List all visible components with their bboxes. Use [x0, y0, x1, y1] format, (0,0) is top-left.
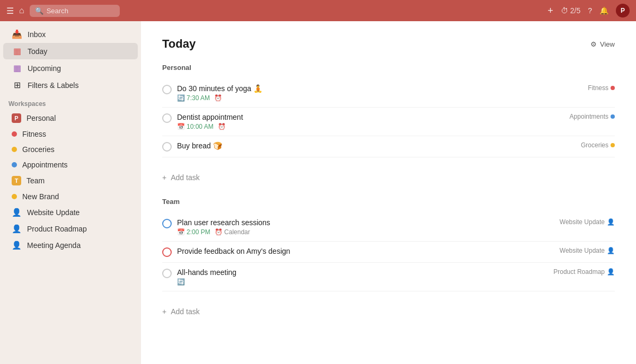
task-time-dentist: 📅 10:00 AM	[177, 123, 214, 130]
task-checkbox-feedback[interactable]	[162, 247, 172, 257]
sidebar-item-groceries[interactable]: Groceries	[3, 142, 138, 157]
sidebar-label-website-update: Website Update	[27, 208, 80, 217]
add-icon-team: +	[162, 307, 166, 316]
task-content-yoga: Do 30 minutes of yoga 🧘 🔄 7:30 AM ⏰	[177, 84, 615, 102]
sidebar-label-filters: Filters & Labels	[28, 81, 78, 90]
task-item-bread: Buy bread 🍞 Groceries	[162, 136, 615, 157]
sidebar-label-new-brand: New Brand	[22, 192, 59, 201]
search-bar[interactable]: 🔍	[30, 5, 120, 17]
team-section-header: Team	[162, 198, 615, 209]
team-task-list: Plan user research sessions 📅 2:00 PM ⏰ …	[162, 213, 615, 291]
task-meta-research: 📅 2:00 PM ⏰ Calendar	[177, 228, 615, 236]
task-name-bread: Buy bread 🍞	[177, 141, 615, 150]
layout: 📥 Inbox ▦ Today ▦ Upcoming ⊞ Filters & L…	[0, 21, 636, 364]
task-checkbox-dentist[interactable]	[162, 113, 172, 123]
task-content-feedback: Provide feedback on Amy's design	[177, 247, 615, 257]
sidebar-item-product-roadmap[interactable]: 👤 Product Roadmap	[3, 221, 138, 237]
task-name-dentist: Dentist appointment	[177, 113, 615, 121]
task-label-allhands: Product Roadmap 👤	[553, 268, 615, 276]
add-icon-personal: +	[162, 173, 166, 182]
sidebar-item-meeting-agenda[interactable]: 👤 Meeting Agenda	[3, 237, 138, 253]
fitness-label-dot	[611, 86, 615, 90]
task-content-research: Plan user research sessions 📅 2:00 PM ⏰ …	[177, 218, 615, 236]
sidebar-label-appointments: Appointments	[22, 161, 68, 169]
task-content-allhands: All-hands meeting 🔄	[177, 268, 615, 286]
sidebar-item-fitness[interactable]: Fitness	[3, 127, 138, 141]
sidebar-label-inbox: Inbox	[28, 30, 46, 39]
sidebar-label-groceries: Groceries	[22, 145, 55, 154]
page-header: Today ⚙ View	[162, 37, 615, 51]
task-checkbox-yoga[interactable]	[162, 85, 172, 94]
task-meta-yoga: 🔄 7:30 AM ⏰	[177, 94, 615, 102]
task-name-allhands: All-hands meeting	[177, 268, 615, 277]
calendar-label-research: ⏰ Calendar	[215, 228, 250, 236]
help-icon[interactable]: ?	[588, 6, 592, 15]
groceries-label-dot	[611, 143, 615, 147]
task-item-research: Plan user research sessions 📅 2:00 PM ⏰ …	[162, 213, 615, 242]
inbox-icon: 📥	[12, 29, 22, 39]
personal-letter-icon: P	[12, 113, 21, 123]
home-icon[interactable]: ⌂	[19, 6, 24, 15]
task-label-dentist: Appointments	[570, 113, 615, 120]
product-roadmap-person-icon-label: 👤	[607, 268, 615, 276]
avatar[interactable]: P	[616, 4, 630, 17]
hamburger-icon[interactable]: ☰	[6, 6, 14, 16]
task-label-bread: Groceries	[581, 141, 615, 149]
sidebar-label-product-roadmap: Product Roadmap	[27, 225, 87, 233]
sidebar-item-filters[interactable]: ⊞ Filters & Labels	[3, 77, 138, 93]
clock-icon: 🔄	[177, 94, 185, 102]
repeat-icon-allhands: 🔄	[177, 278, 185, 286]
task-label-feedback: Website Update 👤	[560, 247, 615, 254]
sidebar-label-upcoming: Upcoming	[28, 64, 61, 73]
website-update-person-icon: 👤	[12, 208, 22, 217]
page-title: Today	[162, 37, 196, 51]
view-button[interactable]: ⚙ View	[590, 40, 615, 48]
sidebar-item-website-update[interactable]: 👤 Website Update	[3, 205, 138, 220]
fitness-dot-icon	[12, 131, 17, 137]
today-icon: ▦	[12, 46, 22, 56]
sidebar-item-new-brand[interactable]: New Brand	[3, 189, 138, 204]
add-task-personal-button[interactable]: + Add task	[162, 168, 200, 187]
sidebar-item-inbox[interactable]: 📥 Inbox	[3, 26, 138, 42]
task-content-bread: Buy bread 🍞	[177, 141, 615, 152]
sidebar-label-today: Today	[28, 47, 47, 56]
task-checkbox-research[interactable]	[162, 219, 172, 228]
task-checkbox-bread[interactable]	[162, 142, 172, 152]
task-content-dentist: Dentist appointment 📅 10:00 AM ⏰	[177, 113, 615, 130]
sidebar-item-upcoming[interactable]: ▦ Upcoming	[3, 60, 138, 76]
filter-icon: ⚙	[590, 40, 597, 48]
sidebar: 📥 Inbox ▦ Today ▦ Upcoming ⊞ Filters & L…	[0, 21, 141, 364]
header-right: + ⏱ 2/5 ? 🔔 P	[547, 4, 630, 17]
main-content: Today ⚙ View Personal Do 30 minutes of y…	[141, 21, 636, 364]
cal-icon-dentist: 📅	[177, 123, 185, 130]
add-icon[interactable]: +	[547, 5, 553, 16]
sidebar-item-personal[interactable]: P Personal	[3, 110, 138, 126]
workspaces-label: Workspaces	[0, 94, 141, 110]
bell-icon[interactable]: 🔔	[599, 6, 608, 15]
karma-display: ⏱ 2/5	[561, 6, 580, 15]
task-name-feedback: Provide feedback on Amy's design	[177, 247, 615, 255]
personal-task-list: Do 30 minutes of yoga 🧘 🔄 7:30 AM ⏰ Fitn…	[162, 79, 615, 157]
task-item-allhands: All-hands meeting 🔄 Product Roadmap 👤	[162, 263, 615, 291]
alarm-icon-yoga: ⏰	[214, 94, 222, 102]
add-task-team-button[interactable]: + Add task	[162, 302, 200, 321]
search-input[interactable]	[47, 7, 114, 15]
team-letter-icon: T	[12, 176, 21, 185]
new-brand-dot-icon	[12, 194, 17, 199]
task-checkbox-allhands[interactable]	[162, 269, 172, 278]
appointments-label-dot	[611, 114, 615, 119]
filters-icon: ⊞	[12, 80, 22, 90]
task-time-research: 📅 2:00 PM	[177, 228, 210, 236]
cal-icon-research: 📅	[177, 228, 185, 236]
personal-section-header: Personal	[162, 64, 615, 75]
sidebar-item-appointments[interactable]: Appointments	[3, 157, 138, 172]
sidebar-item-today[interactable]: ▦ Today	[3, 43, 138, 59]
sidebar-label-meeting-agenda: Meeting Agenda	[27, 241, 81, 250]
upcoming-icon: ▦	[12, 63, 22, 73]
task-label-yoga: Fitness	[588, 84, 615, 92]
sidebar-label-fitness: Fitness	[22, 130, 46, 138]
personal-section: Personal Do 30 minutes of yoga 🧘 🔄 7:30 …	[162, 64, 615, 187]
task-meta-allhands: 🔄	[177, 278, 615, 286]
sidebar-label-personal: Personal	[26, 114, 56, 122]
sidebar-item-team[interactable]: T Team	[3, 173, 138, 189]
